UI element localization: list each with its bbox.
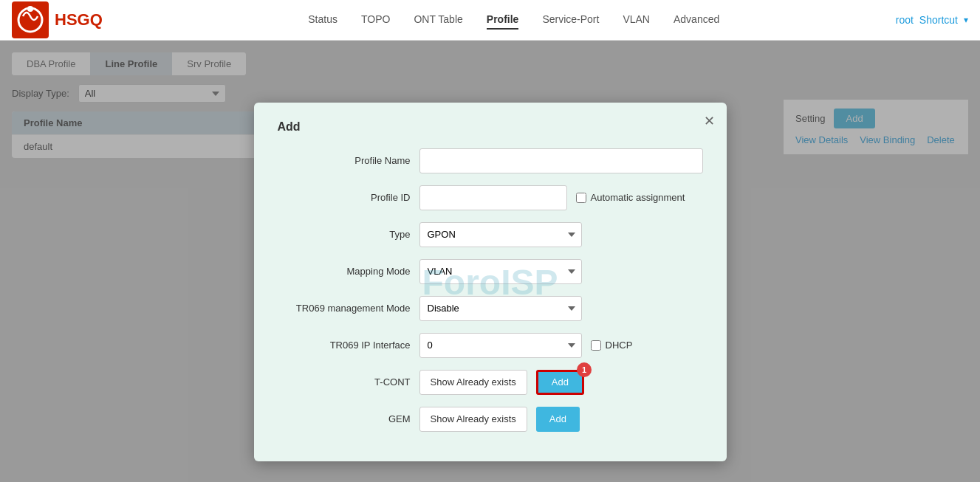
tr069-ip-label: TR069 IP Interface bbox=[278, 340, 411, 351]
modal-close-button[interactable]: ✕ bbox=[704, 114, 715, 128]
tr069-management-label: TR069 management Mode bbox=[278, 303, 411, 314]
logo-icon bbox=[12, 1, 49, 38]
tcont-show-already-button[interactable]: Show Already exists bbox=[419, 370, 527, 395]
modal-title: Add bbox=[278, 120, 703, 134]
profile-name-input[interactable] bbox=[419, 148, 703, 173]
logo-text: HSGQ bbox=[55, 10, 103, 30]
type-select[interactable]: GPON EPON bbox=[419, 222, 582, 247]
tr069-ip-select[interactable]: 0 1 2 bbox=[419, 333, 582, 358]
tr069-management-select[interactable]: Disable Enable bbox=[419, 296, 582, 321]
mapping-mode-select[interactable]: VLAN GEM TCI bbox=[419, 259, 582, 284]
dhcp-text: DHCP bbox=[606, 340, 633, 351]
profile-id-row: Profile ID Automatic assignment bbox=[278, 185, 703, 210]
svg-point-2 bbox=[27, 6, 33, 12]
profile-id-input[interactable] bbox=[419, 185, 567, 210]
gem-add-button[interactable]: Add bbox=[536, 407, 580, 432]
nav-service-port[interactable]: Service-Port bbox=[542, 10, 599, 30]
tcont-badge: 1 bbox=[577, 362, 592, 377]
profile-name-row: Profile Name bbox=[278, 148, 703, 173]
nav-vlan[interactable]: VLAN bbox=[623, 10, 650, 30]
modal-overlay: ForoISP Add ✕ Profile Name Profile ID Au… bbox=[0, 41, 980, 482]
gem-show-already-button[interactable]: Show Already exists bbox=[419, 407, 527, 432]
tr069-ip-row: TR069 IP Interface 0 1 2 DHCP bbox=[278, 333, 703, 358]
add-modal: ForoISP Add ✕ Profile Name Profile ID Au… bbox=[254, 103, 727, 461]
nav-dropdown-icon[interactable]: ▾ bbox=[964, 15, 968, 25]
tcont-label: T-CONT bbox=[278, 376, 411, 388]
type-label: Type bbox=[278, 229, 411, 240]
tcont-add-wrapper: Add 1 bbox=[536, 370, 584, 395]
tr069-management-row: TR069 management Mode Disable Enable bbox=[278, 296, 703, 321]
dhcp-checkbox[interactable] bbox=[591, 340, 601, 351]
mapping-mode-label: Mapping Mode bbox=[278, 266, 411, 277]
profile-name-label: Profile Name bbox=[278, 155, 411, 166]
nav-links: Status TOPO ONT Table Profile Service-Po… bbox=[132, 10, 896, 30]
main-content: DBA Profile Line Profile Srv Profile Dis… bbox=[0, 41, 980, 482]
automatic-assignment-text: Automatic assignment bbox=[591, 192, 685, 203]
nav-shortcut[interactable]: Shortcut bbox=[919, 14, 958, 26]
tcont-row: T-CONT Show Already exists Add 1 bbox=[278, 370, 703, 395]
nav-right: root Shortcut ▾ bbox=[896, 14, 968, 26]
top-nav: HSGQ Status TOPO ONT Table Profile Servi… bbox=[0, 0, 980, 41]
nav-status[interactable]: Status bbox=[308, 10, 337, 30]
nav-topo[interactable]: TOPO bbox=[361, 10, 390, 30]
nav-profile[interactable]: Profile bbox=[487, 10, 519, 30]
gem-label: GEM bbox=[278, 413, 411, 424]
logo-area: HSGQ bbox=[12, 1, 103, 38]
type-row: Type GPON EPON bbox=[278, 222, 703, 247]
nav-advanced[interactable]: Advanced bbox=[674, 10, 719, 30]
mapping-mode-row: Mapping Mode VLAN GEM TCI bbox=[278, 259, 703, 284]
dhcp-label: DHCP bbox=[591, 340, 633, 351]
gem-row: GEM Show Already exists Add bbox=[278, 407, 703, 432]
profile-id-label: Profile ID bbox=[278, 192, 411, 203]
automatic-assignment-checkbox[interactable] bbox=[576, 193, 586, 203]
nav-user[interactable]: root bbox=[896, 14, 914, 26]
automatic-assignment-label: Automatic assignment bbox=[576, 192, 685, 203]
nav-ont-table[interactable]: ONT Table bbox=[414, 10, 462, 30]
